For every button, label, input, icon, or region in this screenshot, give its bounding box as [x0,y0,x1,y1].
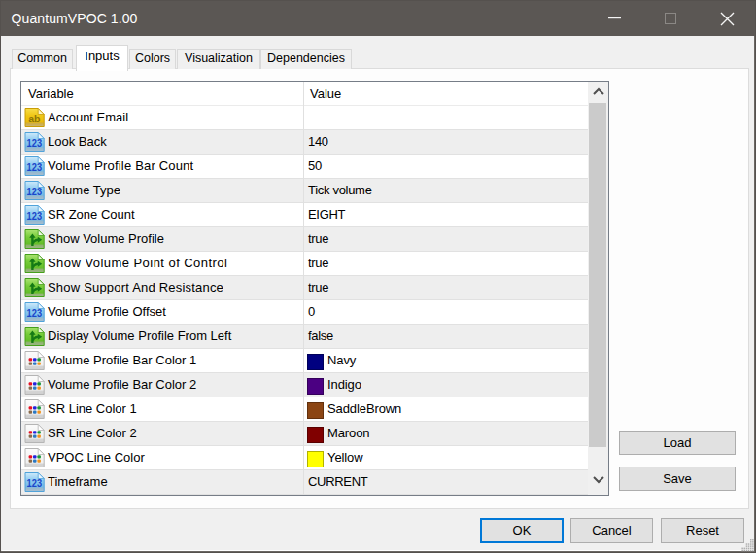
svg-text:123: 123 [27,211,43,222]
svg-text:ab: ab [28,113,40,124]
svg-text:123: 123 [27,308,43,319]
svg-text:123: 123 [27,162,43,173]
svg-text:123: 123 [27,187,43,197]
svg-text:123: 123 [27,138,43,149]
svg-text:123: 123 [27,478,43,489]
